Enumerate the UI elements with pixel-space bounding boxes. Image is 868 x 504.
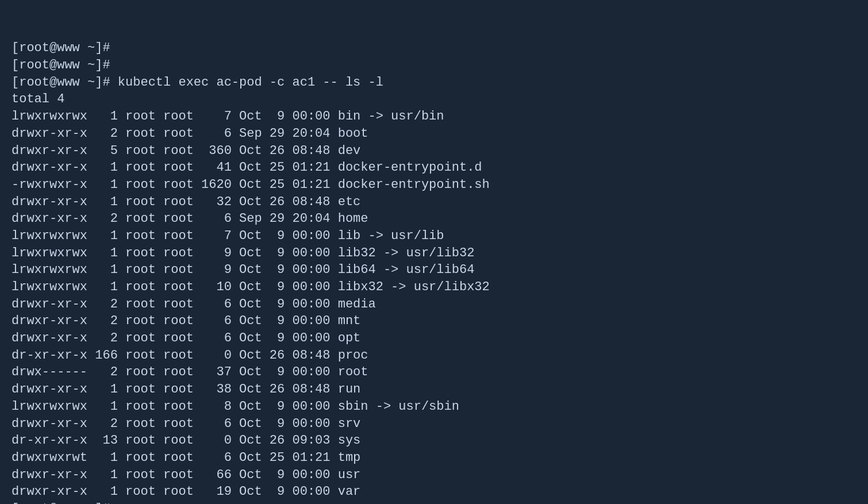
terminal-line: drwxr-xr-x 1 root root 38 Oct 26 08:48 r… [11,381,857,398]
terminal-line: [root@www ~]# [11,40,857,57]
terminal-line: drwxr-xr-x 1 root root 66 Oct 9 00:00 us… [11,467,857,484]
terminal-line: drwxr-xr-x 2 root root 6 Oct 9 00:00 med… [11,296,857,313]
terminal-line: lrwxrwxrwx 1 root root 7 Oct 9 00:00 bin… [11,108,857,125]
terminal-line: total 4 [11,91,857,108]
terminal-line: drwxr-xr-x 5 root root 360 Oct 26 08:48 … [11,143,857,160]
terminal-line: [root@www ~]# [11,501,857,504]
terminal-line: lrwxrwxrwx 1 root root 8 Oct 9 00:00 sbi… [11,398,857,415]
terminal-line: drwxr-xr-x 2 root root 6 Oct 9 00:00 mnt [11,313,857,330]
terminal-output: [root@www ~]#[root@www ~]#[root@www ~]# … [11,40,857,504]
terminal-line: drwxr-xr-x 2 root root 6 Oct 9 00:00 opt [11,330,857,347]
terminal-line: drwxr-xr-x 1 root root 41 Oct 25 01:21 d… [11,159,857,176]
terminal-line: drwxrwxrwt 1 root root 6 Oct 25 01:21 tm… [11,449,857,467]
terminal-line: [root@www ~]# [11,57,857,74]
terminal-line: drwxr-xr-x 1 root root 19 Oct 9 00:00 va… [11,483,857,501]
terminal-line: lrwxrwxrwx 1 root root 9 Oct 9 00:00 lib… [11,261,857,279]
terminal-line: drwxr-xr-x 2 root root 6 Sep 29 20:04 bo… [11,125,857,143]
terminal-line: -rwxrwxr-x 1 root root 1620 Oct 25 01:21… [11,176,857,194]
terminal-line: lrwxrwxrwx 1 root root 10 Oct 9 00:00 li… [11,279,857,296]
terminal-line: drwxr-xr-x 2 root root 6 Oct 9 00:00 srv [11,415,857,433]
terminal-line: drwxr-xr-x 1 root root 32 Oct 26 08:48 e… [11,194,857,211]
terminal-line: drwxr-xr-x 2 root root 6 Sep 29 20:04 ho… [11,210,857,228]
terminal-line: lrwxrwxrwx 1 root root 9 Oct 9 00:00 lib… [11,245,857,262]
terminal-line: lrwxrwxrwx 1 root root 7 Oct 9 00:00 lib… [11,228,857,245]
terminal-line: [root@www ~]# kubectl exec ac-pod -c ac1… [11,74,857,91]
terminal-window[interactable]: [root@www ~]#[root@www ~]#[root@www ~]# … [11,6,857,504]
terminal-line: dr-xr-xr-x 13 root root 0 Oct 26 09:03 s… [11,432,857,449]
terminal-line: dr-xr-xr-x 166 root root 0 Oct 26 08:48 … [11,347,857,364]
terminal-line: drwx------ 2 root root 37 Oct 9 00:00 ro… [11,364,857,381]
